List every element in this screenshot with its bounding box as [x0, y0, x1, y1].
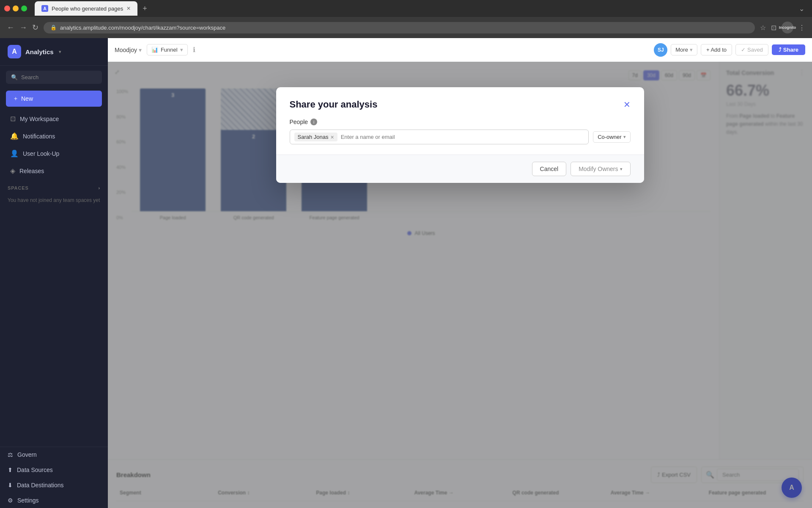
funnel-chart-icon: 📊 [151, 47, 158, 53]
add-to-button-label: + Add to [706, 47, 727, 53]
close-traffic-light[interactable] [4, 6, 10, 11]
person-tag: Sarah Jonas × [294, 133, 337, 141]
new-tab-button[interactable]: + [143, 4, 147, 13]
new-plus-icon: ＋ [13, 95, 19, 102]
sidebar-item-data-sources[interactable]: ⬆ Data Sources [0, 462, 108, 478]
sidebar-item-notifications[interactable]: 🔔 Notifications [3, 128, 105, 144]
breadcrumb-moodjoy[interactable]: Moodjoy ▾ [115, 47, 142, 53]
data-sources-label: Data Sources [17, 467, 53, 473]
people-input-area: Sarah Jonas × Co-owner ▾ [290, 130, 631, 144]
govern-icon: ⚖ [8, 451, 13, 458]
address-text: analytics.amplitude.com/moodjoy/chart/ik… [60, 25, 225, 31]
lock-icon: 🔒 [50, 25, 57, 30]
sidebar: A Analytics ▾ 🔍 Search ＋ New ⊡ My Worksp… [0, 38, 108, 508]
more-button[interactable]: More ▾ [671, 44, 697, 55]
notifications-icon: 🔔 [10, 132, 19, 140]
extensions-icon[interactable]: ⊡ [771, 24, 776, 32]
people-name-email-input[interactable] [341, 134, 584, 140]
sidebar-item-releases[interactable]: ◈ Releases [3, 163, 105, 179]
sidebar-item-user-lookup[interactable]: 👤 User Look-Up [3, 145, 105, 162]
sidebar-item-data-destinations[interactable]: ⬇ Data Destinations [0, 478, 108, 493]
modify-owners-button[interactable]: Modify Owners ▾ [571, 162, 630, 176]
share-icon: ⤴ [779, 47, 782, 53]
people-label-text: People [290, 119, 308, 125]
releases-label: Releases [19, 168, 44, 174]
menu-icon[interactable]: ⋮ [798, 24, 805, 32]
modal-close-button[interactable]: ✕ [623, 100, 631, 109]
people-info-icon[interactable]: i [310, 119, 317, 125]
spaces-section-label: SPACES › [0, 179, 108, 193]
modal-footer: Cancel Modify Owners ▾ [276, 155, 644, 183]
nav-extras: ☆ ⊡ Incognito ⋮ [760, 22, 805, 33]
app-layout: A Analytics ▾ 🔍 Search ＋ New ⊡ My Worksp… [0, 38, 812, 508]
bookmark-icon[interactable]: ☆ [760, 24, 766, 32]
spaces-chevron-icon[interactable]: › [98, 185, 100, 190]
search-bar[interactable]: 🔍 Search [6, 71, 102, 84]
person-tag-name: Sarah Jonas [298, 134, 329, 140]
main-content: Moodjoy ▾ 📊 Funnel ▾ ℹ SJ More ▾ + Add t… [108, 38, 812, 508]
search-icon: 🔍 [11, 74, 18, 80]
sidebar-header: A Analytics ▾ [0, 38, 108, 66]
my-workspace-icon: ⊡ [10, 115, 16, 123]
my-workspace-label: My Workspace [20, 116, 59, 122]
spaces-empty-message: You have not joined any team spaces yet [0, 193, 108, 207]
releases-icon: ◈ [10, 167, 15, 175]
traffic-lights [4, 6, 27, 11]
user-lookup-icon: 👤 [10, 149, 19, 157]
sidebar-item-govern[interactable]: ⚖ Govern [0, 447, 108, 462]
nav-bar: ← → ↻ 🔒 analytics.amplitude.com/moodjoy/… [0, 17, 812, 38]
sidebar-item-settings[interactable]: ⚙ Settings [0, 493, 108, 508]
breadcrumb-chevron-icon: ▾ [139, 47, 142, 53]
top-bar: Moodjoy ▾ 📊 Funnel ▾ ℹ SJ More ▾ + Add t… [108, 38, 812, 62]
role-label: Co-owner [598, 134, 621, 140]
modal-body: People i Sarah Jonas × [276, 119, 644, 155]
govern-label: Govern [17, 451, 37, 458]
tab-close-button[interactable]: ✕ [126, 6, 131, 11]
reload-button[interactable]: ↻ [32, 23, 38, 32]
app-logo: A [8, 45, 21, 58]
active-tab[interactable]: A People who generated pages ✕ [35, 1, 137, 16]
settings-icon: ⚙ [8, 497, 13, 504]
fullscreen-traffic-light[interactable] [21, 6, 27, 11]
modal-title: Share your analysis [290, 99, 378, 110]
more-button-label: More [675, 47, 688, 53]
tab-favicon: A [41, 5, 48, 12]
modal-overlay[interactable]: Share your analysis ✕ People i Sarah Jon… [108, 62, 812, 508]
browser-chrome: A People who generated pages ✕ + ⌄ ← → ↻… [0, 0, 812, 38]
minimize-traffic-light[interactable] [13, 6, 19, 11]
top-bar-right: SJ More ▾ + Add to ✓ Saved ⤴ Share [654, 43, 805, 57]
role-dropdown[interactable]: Co-owner ▾ [593, 131, 630, 143]
tag-remove-button[interactable]: × [331, 134, 334, 140]
data-destinations-icon: ⬇ [8, 482, 13, 489]
new-button[interactable]: ＋ New [6, 91, 102, 107]
address-bar[interactable]: 🔒 analytics.amplitude.com/moodjoy/chart/… [44, 22, 755, 33]
add-to-button[interactable]: + Add to [701, 44, 732, 55]
checkmark-icon: ✓ [741, 47, 746, 53]
people-input-row[interactable]: Sarah Jonas × [290, 130, 589, 144]
share-button-label: Share [783, 47, 798, 53]
sidebar-bottom: ⚖ Govern ⬆ Data Sources ⬇ Data Destinati… [0, 447, 108, 508]
search-label: Search [21, 74, 38, 80]
forward-button[interactable]: → [19, 23, 27, 32]
modify-owners-chevron-icon: ▾ [620, 166, 623, 172]
settings-label: Settings [17, 497, 39, 504]
role-chevron-icon: ▾ [623, 134, 626, 140]
back-button[interactable]: ← [7, 23, 14, 32]
app-name: Analytics [25, 48, 54, 55]
sidebar-item-my-workspace[interactable]: ⊡ My Workspace [3, 110, 105, 127]
modify-owners-label: Modify Owners [579, 166, 618, 172]
modal-header: Share your analysis ✕ [276, 87, 644, 119]
user-lookup-label: User Look-Up [23, 150, 59, 157]
notifications-label: Notifications [23, 133, 55, 140]
tab-bar: A People who generated pages ✕ + ⌄ [0, 0, 812, 17]
share-button[interactable]: ⤴ Share [772, 44, 805, 55]
cancel-button[interactable]: Cancel [532, 162, 567, 176]
chart-type-selector[interactable]: 📊 Funnel ▾ [147, 44, 188, 55]
share-modal: Share your analysis ✕ People i Sarah Jon… [276, 87, 644, 183]
info-icon[interactable]: ℹ [193, 46, 195, 54]
saved-button[interactable]: ✓ Saved [735, 44, 768, 55]
data-sources-icon: ⬆ [8, 467, 13, 473]
tab-title: People who generated pages [52, 6, 123, 12]
incognito-avatar[interactable]: Incognito [782, 22, 793, 33]
incognito-label: Incognito [779, 25, 796, 30]
